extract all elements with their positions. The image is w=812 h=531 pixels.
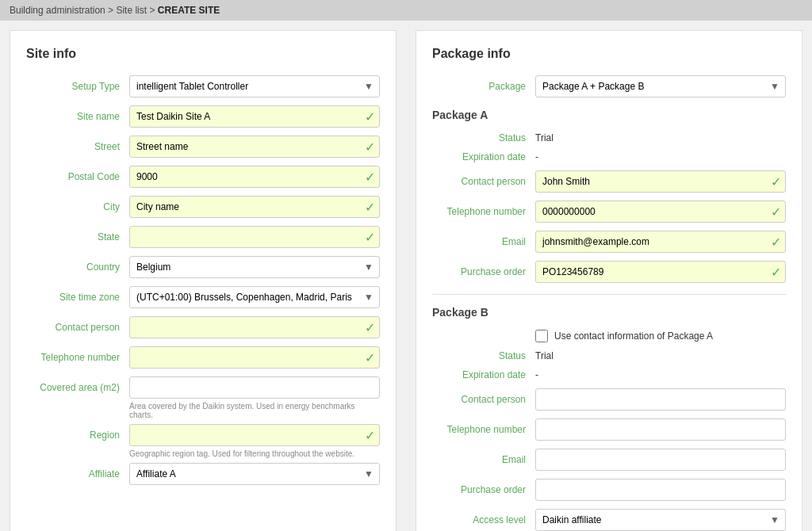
- package-control: Package A + Package B ▼: [535, 75, 786, 97]
- pkg-b-access-select[interactable]: Daikin affiliate: [535, 509, 786, 531]
- pkg-a-telephone-control: ✓: [535, 201, 786, 223]
- pkg-b-email-label: Email: [432, 454, 535, 465]
- pkg-b-purchase-input[interactable]: [535, 479, 786, 501]
- city-row: City ✓: [26, 196, 380, 218]
- affiliate-label: Affiliate: [26, 468, 129, 479]
- pkg-a-expiration-value: -: [535, 151, 538, 162]
- country-select[interactable]: Belgium: [129, 256, 380, 278]
- pkg-b-expiration-control: -: [535, 369, 786, 380]
- pkg-b-access-control: Daikin affiliate ▼: [535, 509, 786, 531]
- pkg-b-expiration-row: Expiration date -: [432, 369, 786, 380]
- site-name-control: ✓: [129, 105, 380, 128]
- state-input[interactable]: [129, 226, 380, 248]
- pkg-b-email-input[interactable]: [535, 449, 786, 471]
- pkg-b-purchase-label: Purchase order: [432, 484, 535, 495]
- pkg-a-contact-input[interactable]: [535, 170, 786, 193]
- breadcrumb: Building administration > Site list > CR…: [0, 0, 812, 21]
- telephone-label: Telephone number: [26, 352, 129, 363]
- pkg-a-purchase-label: Purchase order: [432, 266, 535, 277]
- site-name-input[interactable]: [129, 105, 380, 128]
- street-row: Street ✓: [26, 136, 380, 158]
- country-label: Country: [26, 262, 129, 273]
- covered-area-control: [129, 376, 380, 399]
- state-control: ✓: [129, 226, 380, 248]
- pkg-a-telephone-label: Telephone number: [432, 206, 535, 217]
- site-name-label: Site name: [26, 111, 129, 122]
- covered-area-input[interactable]: [129, 376, 380, 399]
- postal-code-input[interactable]: [129, 166, 380, 188]
- pkg-b-status-label: Status: [432, 350, 535, 361]
- region-helper: Geographic region tag. Used for filterin…: [129, 449, 380, 458]
- setup-type-label: Setup Type: [26, 81, 129, 92]
- pkg-a-expiration-row: Expiration date -: [432, 151, 786, 162]
- telephone-control: ✓: [129, 346, 380, 369]
- city-input[interactable]: [129, 196, 380, 218]
- setup-type-select[interactable]: intelligent Tablet Controller: [129, 75, 380, 97]
- package-divider: [432, 294, 786, 295]
- region-input[interactable]: [129, 424, 380, 446]
- pkg-a-email-input[interactable]: [535, 231, 786, 253]
- breadcrumb-part1: Building administration: [10, 5, 105, 16]
- breadcrumb-part3: CREATE SITE: [158, 5, 220, 16]
- timezone-select[interactable]: (UTC+01:00) Brussels, Copenhagen, Madrid…: [129, 286, 380, 308]
- breadcrumb-part2: Site list: [116, 5, 147, 16]
- use-contact-row: Use contact information of Package A: [535, 330, 786, 342]
- pkg-b-contact-label: Contact person: [432, 394, 535, 405]
- street-input[interactable]: [129, 136, 380, 158]
- pkg-a-contact-label: Contact person: [432, 176, 535, 187]
- pkg-a-contact-row: Contact person ✓: [432, 170, 786, 193]
- city-label: City: [26, 201, 129, 212]
- package-b-heading: Package B: [432, 306, 786, 322]
- package-a-heading: Package A: [432, 109, 786, 124]
- pkg-b-status-row: Status Trial: [432, 350, 786, 361]
- contact-person-row: Contact person ✓: [26, 316, 380, 338]
- region-label: Region: [26, 430, 129, 441]
- postal-code-row: Postal Code ✓: [26, 166, 380, 188]
- pkg-b-contact-input[interactable]: [535, 388, 786, 411]
- package-select[interactable]: Package A + Package B: [535, 75, 786, 97]
- pkg-b-telephone-input[interactable]: [535, 418, 786, 441]
- pkg-a-telephone-input[interactable]: [535, 201, 786, 223]
- use-contact-checkbox[interactable]: [535, 330, 548, 342]
- pkg-b-telephone-row: Telephone number: [432, 418, 786, 441]
- pkg-a-telephone-row: Telephone number ✓: [432, 201, 786, 223]
- pkg-b-status-value: Trial: [535, 350, 553, 361]
- setup-type-row: Setup Type intelligent Tablet Controller…: [26, 75, 380, 97]
- country-row: Country Belgium ▼: [26, 256, 380, 278]
- telephone-input[interactable]: [129, 346, 380, 369]
- contact-person-label: Contact person: [26, 322, 129, 333]
- pkg-b-status-control: Trial: [535, 350, 786, 361]
- affiliate-select[interactable]: Affiliate A: [129, 463, 380, 485]
- package-info-panel: Package info Package Package A + Package…: [416, 30, 802, 531]
- contact-person-control: ✓: [129, 316, 380, 338]
- contact-person-input[interactable]: [129, 316, 380, 338]
- pkg-b-expiration-label: Expiration date: [432, 369, 535, 380]
- pkg-b-telephone-label: Telephone number: [432, 424, 535, 435]
- timezone-label: Site time zone: [26, 292, 129, 303]
- postal-code-label: Postal Code: [26, 171, 129, 182]
- pkg-a-status-row: Status Trial: [432, 132, 786, 143]
- city-control: ✓: [129, 196, 380, 218]
- pkg-b-expiration-value: -: [535, 369, 538, 380]
- pkg-a-email-control: ✓: [535, 231, 786, 253]
- postal-code-control: ✓: [129, 166, 380, 188]
- pkg-b-telephone-control: [535, 418, 786, 441]
- pkg-a-expiration-label: Expiration date: [432, 151, 535, 162]
- street-label: Street: [26, 141, 129, 152]
- pkg-a-purchase-input[interactable]: [535, 261, 786, 283]
- site-name-row: Site name ✓: [26, 105, 380, 128]
- pkg-a-purchase-row: Purchase order ✓: [432, 261, 786, 283]
- pkg-b-purchase-row: Purchase order: [432, 479, 786, 501]
- pkg-b-contact-row: Contact person: [432, 388, 786, 411]
- pkg-a-status-label: Status: [432, 132, 535, 143]
- timezone-row: Site time zone (UTC+01:00) Brussels, Cop…: [26, 286, 380, 308]
- pkg-a-contact-control: ✓: [535, 170, 786, 193]
- site-info-panel: Site info Setup Type intelligent Tablet …: [10, 30, 396, 531]
- pkg-a-status-control: Trial: [535, 132, 786, 143]
- affiliate-control: Affiliate A ▼: [129, 463, 380, 485]
- pkg-b-access-label: Access level: [432, 514, 535, 525]
- state-label: State: [26, 231, 129, 243]
- state-row: State ✓: [26, 226, 380, 248]
- pkg-b-access-row: Access level Daikin affiliate ▼: [432, 509, 786, 531]
- timezone-control: (UTC+01:00) Brussels, Copenhagen, Madrid…: [129, 286, 380, 308]
